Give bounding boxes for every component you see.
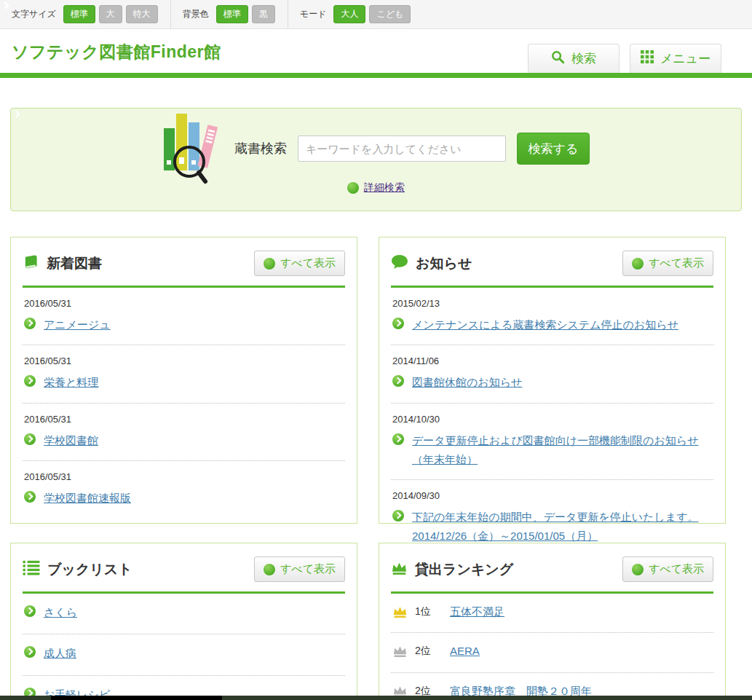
list-item: 2016/05/31 学校図書館速報版 [23, 461, 345, 518]
item-link[interactable]: さくら [44, 606, 77, 618]
item-link[interactable]: 学校図書館 [44, 434, 98, 447]
booklist-panel: ブックリスト すべて表示 さくら 成人病 お手軽レシピ [10, 543, 357, 700]
books-magnifier-illustration-icon [162, 109, 223, 188]
item-date: 2016/05/31 [24, 414, 345, 425]
crown-icon [392, 645, 408, 658]
header-menu-button[interactable]: メニュー [630, 44, 721, 73]
mode-kids-button[interactable]: こども [369, 5, 411, 23]
advanced-search-link[interactable]: 詳細検索 [364, 181, 405, 194]
item-link[interactable]: メンテナンスによる蔵書検索システム停止のお知らせ [412, 318, 678, 331]
footer-strip-segment [51, 696, 222, 700]
ranking-list: 1位 五体不満足 2位 AERA 2位 富良野塾序章 開塾２０周年 [391, 594, 713, 700]
ranking-panel: 貸出ランキング すべて表示 1位 五体不満足 2位 AERA 2位 富良野塾序章… [379, 543, 726, 700]
list-item: 2015/02/13 メンテナンスによる蔵書検索システム停止のお知らせ [391, 288, 713, 345]
bg-color-standard-button[interactable]: 標準 [216, 5, 248, 23]
list-item: 2016/05/31 学校図書館 [23, 404, 345, 461]
booklist-list: さくら 成人病 お手軽レシピ [23, 594, 345, 700]
news-header: お知らせ すべて表示 [391, 237, 713, 276]
item-link-row: さくら [24, 603, 345, 622]
arrow-circle-icon [24, 646, 36, 658]
booklist-show-all-button[interactable]: すべて表示 [254, 557, 345, 582]
list-item: 2016/05/31 栄養と料理 [23, 345, 345, 403]
new-books-header: 新着図書 すべて表示 [23, 237, 345, 276]
mode-adult-button[interactable]: 大人 [333, 5, 365, 23]
arrow-circle-icon [24, 318, 36, 329]
arrow-circle-icon [392, 318, 404, 329]
show-all-label: すべて表示 [649, 562, 704, 576]
item-link[interactable]: 下記の年末年始の期間中、データ更新を停止いたします。2014/12/26（金）～… [412, 511, 699, 542]
booklist-header: ブックリスト すべて表示 [23, 543, 345, 582]
menu-grid-icon [641, 50, 654, 67]
list-item: 成人病 [23, 634, 345, 675]
arrow-circle-icon [392, 433, 404, 445]
list-item: 2014/09/30 下記の年末年始の期間中、データ更新を停止いたします。201… [391, 480, 713, 557]
item-link[interactable]: 栄養と料理 [44, 376, 98, 388]
book-icon [23, 254, 39, 273]
show-all-label: すべて表示 [280, 256, 336, 270]
header-search-button[interactable]: 検索 [528, 44, 620, 73]
news-panel: お知らせ すべて表示 2015/02/13 メンテナンスによる蔵書検索システム停… [379, 237, 726, 524]
header-search-label: 検索 [571, 50, 596, 67]
header-menu-label: メニュー [660, 50, 711, 67]
list-item: さくら [23, 594, 345, 634]
catalog-search-label: 蔵書検索 [234, 140, 287, 157]
catalog-search-row: 蔵書検索 検索する [11, 109, 741, 181]
item-link[interactable]: 成人病 [44, 647, 76, 659]
search-icon [551, 50, 565, 68]
font-size-large-button[interactable]: 大 [99, 5, 122, 23]
item-date: 2016/05/31 [24, 471, 345, 482]
arrow-circle-icon [24, 491, 36, 503]
item-link[interactable]: データ更新停止および図書館向け一部機能制限のお知らせ（年末年始） [412, 434, 699, 465]
arrow-circle-icon [24, 375, 36, 387]
item-link-row: データ更新停止および図書館向け一部機能制限のお知らせ（年末年始） [392, 431, 713, 470]
header-tabs: 検索 メニュー [528, 44, 721, 73]
rank-label: 1位 [415, 605, 440, 618]
font-size-label: 文字サイズ [12, 8, 56, 20]
item-date: 2014/09/30 [392, 490, 713, 501]
item-link[interactable]: 学校図書館速報版 [44, 492, 131, 504]
item-link[interactable]: アニメージュ [44, 318, 111, 331]
crown-icon [391, 561, 408, 578]
font-size-standard-button[interactable]: 標準 [63, 5, 95, 23]
site-title: ソフテック図書館Finder館 [12, 29, 221, 74]
content-grid: 新着図書 すべて表示 2016/05/31 アニメージュ 2016/05/31 … [10, 237, 752, 700]
catalog-search-submit-button[interactable]: 検索する [517, 133, 590, 165]
item-link[interactable]: AERA [450, 642, 480, 661]
ranking-header: 貸出ランキング すべて表示 [391, 543, 713, 582]
item-link-row: 学校図書館 [24, 431, 345, 450]
item-link-row: 学校図書館速報版 [24, 489, 345, 508]
arrow-circle-icon [264, 564, 275, 575]
ranking-show-all-button[interactable]: すべて表示 [622, 557, 713, 582]
arrow-circle-icon [347, 182, 359, 194]
item-link-row: 栄養と料理 [24, 373, 345, 392]
mode-label: モード [300, 8, 327, 20]
new-books-title: 新着図書 [47, 254, 102, 273]
arrow-circle-icon [24, 433, 36, 445]
font-size-xlarge-button[interactable]: 特大 [126, 5, 158, 23]
bg-color-black-button[interactable]: 黒 [252, 5, 275, 23]
item-link-row: 成人病 [24, 644, 345, 663]
item-link[interactable]: 五体不満足 [450, 602, 504, 621]
news-title: お知らせ [416, 254, 472, 273]
site-header: ソフテック図書館Finder館 検索 メニュー [0, 29, 752, 73]
item-date: 2014/11/06 [392, 355, 713, 366]
list-item: 2014/11/06 図書館休館のお知らせ [391, 345, 713, 403]
advanced-search-row: 詳細検索 [11, 181, 741, 194]
news-list: 2015/02/13 メンテナンスによる蔵書検索システム停止のお知らせ 2014… [391, 288, 713, 557]
ranking-title: 貸出ランキング [415, 560, 513, 579]
ranking-row: 1位 五体不満足 [391, 594, 713, 633]
catalog-search-panel: 蔵書検索 検索する 詳細検索 [10, 108, 742, 211]
item-link-row: アニメージュ [24, 315, 345, 334]
toolbar-divider [288, 0, 288, 28]
arrow-circle-icon [24, 605, 36, 617]
speech-bubble-icon [391, 254, 408, 272]
item-link-row: 図書館休館のお知らせ [392, 373, 713, 392]
rank-label: 2位 [415, 645, 440, 658]
new-books-show-all-button[interactable]: すべて表示 [254, 251, 345, 276]
item-date: 2016/05/31 [24, 355, 345, 366]
item-link-row: メンテナンスによる蔵書検索システム停止のお知らせ [392, 315, 713, 334]
item-link[interactable]: 図書館休館のお知らせ [412, 376, 522, 388]
catalog-search-input[interactable] [298, 135, 506, 162]
news-show-all-button[interactable]: すべて表示 [622, 251, 713, 276]
list-item: 2014/10/30 データ更新停止および図書館向け一部機能制限のお知らせ（年末… [391, 404, 713, 481]
